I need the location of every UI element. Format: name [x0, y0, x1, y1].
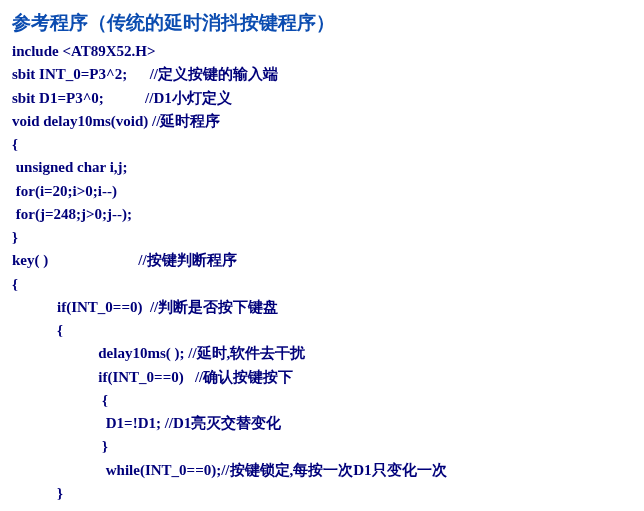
code-line: include <AT89X52.H>: [12, 43, 156, 59]
code-line: sbit D1=P3^0; //D1小灯定义: [12, 90, 232, 106]
code-block: include <AT89X52.H> sbit INT_0=P3^2; //定…: [12, 40, 632, 505]
code-line: if(INT_0==0) //判断是否按下键盘: [12, 299, 278, 315]
code-line: key( ) //按键判断程序: [12, 252, 237, 268]
code-line: void delay10ms(void) //延时程序: [12, 113, 220, 129]
code-line: D1=!D1; //D1亮灭交替变化: [12, 415, 281, 431]
code-line: }: [12, 485, 63, 501]
code-line: {: [12, 136, 18, 152]
code-line: while(INT_0==0);//按键锁定,每按一次D1只变化一次: [12, 462, 447, 478]
code-line: unsigned char i,j;: [12, 159, 128, 175]
code-line: for(j=248;j>0;j--);: [12, 206, 132, 222]
document-title: 参考程序（传统的延时消抖按键程序）: [12, 10, 632, 36]
code-line: }: [12, 229, 18, 245]
code-line: {: [12, 322, 63, 338]
code-line: sbit INT_0=P3^2; //定义按键的输入端: [12, 66, 278, 82]
code-line: if(INT_0==0) //确认按键按下: [12, 369, 293, 385]
code-line: {: [12, 276, 18, 292]
code-line: {: [12, 392, 108, 408]
code-line: }: [12, 438, 108, 454]
code-line: for(i=20;i>0;i--): [12, 183, 117, 199]
code-line: delay10ms( ); //延时,软件去干扰: [12, 345, 305, 361]
